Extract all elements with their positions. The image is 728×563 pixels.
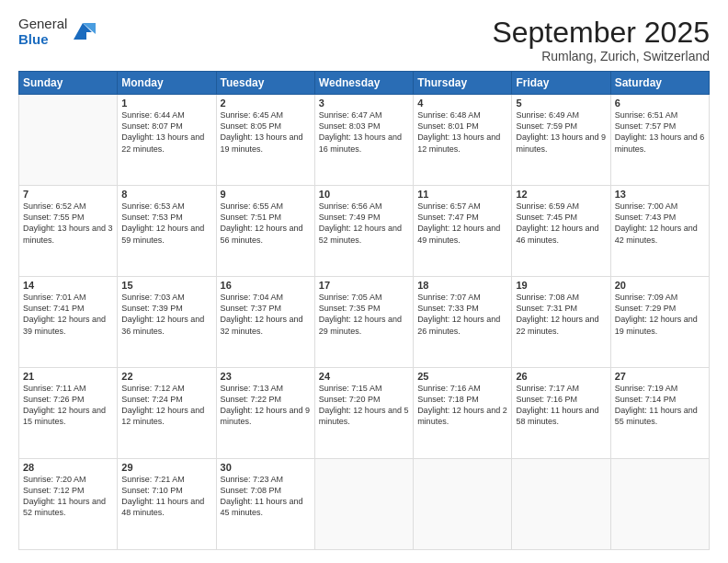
- day-info: Sunrise: 6:52 AMSunset: 7:55 PMDaylight:…: [23, 201, 113, 246]
- day-number: 8: [121, 189, 211, 200]
- logo-general: General Blue: [18, 17, 67, 47]
- day-number: 29: [121, 462, 211, 473]
- calendar-cell: 3Sunrise: 6:47 AMSunset: 8:03 PMDaylight…: [314, 95, 413, 186]
- day-number: 5: [516, 98, 606, 109]
- day-info: Sunrise: 7:08 AMSunset: 7:31 PMDaylight:…: [516, 292, 606, 337]
- page: General Blue September 2025 Rumlang, Zur…: [0, 0, 728, 563]
- day-info: Sunrise: 7:12 AMSunset: 7:24 PMDaylight:…: [121, 383, 211, 428]
- weekday-header-saturday: Saturday: [610, 72, 709, 95]
- calendar-cell: 24Sunrise: 7:15 AMSunset: 7:20 PMDayligh…: [314, 368, 413, 459]
- day-info: Sunrise: 7:04 AMSunset: 7:37 PMDaylight:…: [221, 292, 311, 337]
- day-info: Sunrise: 6:53 AMSunset: 7:53 PMDaylight:…: [121, 201, 211, 246]
- day-info: Sunrise: 7:16 AMSunset: 7:18 PMDaylight:…: [417, 383, 507, 428]
- calendar-cell: 28Sunrise: 7:20 AMSunset: 7:12 PMDayligh…: [19, 459, 118, 550]
- day-info: Sunrise: 6:59 AMSunset: 7:45 PMDaylight:…: [516, 201, 606, 246]
- day-number: 6: [615, 98, 705, 109]
- day-number: 14: [23, 280, 113, 291]
- calendar-cell: [314, 459, 413, 550]
- day-info: Sunrise: 6:45 AMSunset: 8:05 PMDaylight:…: [221, 109, 311, 155]
- day-info: Sunrise: 7:19 AMSunset: 7:14 PMDaylight:…: [615, 383, 705, 428]
- day-info: Sunrise: 7:07 AMSunset: 7:33 PMDaylight:…: [417, 292, 507, 337]
- day-info: Sunrise: 7:01 AMSunset: 7:41 PMDaylight:…: [23, 292, 113, 337]
- calendar-cell: 17Sunrise: 7:05 AMSunset: 7:35 PMDayligh…: [314, 277, 413, 368]
- day-number: 17: [319, 280, 409, 291]
- calendar-cell: 4Sunrise: 6:48 AMSunset: 8:01 PMDaylight…: [414, 95, 512, 186]
- calendar-cell: 30Sunrise: 7:23 AMSunset: 7:08 PMDayligh…: [216, 459, 314, 550]
- calendar-cell: 26Sunrise: 7:17 AMSunset: 7:16 PMDayligh…: [512, 368, 610, 459]
- day-number: 9: [221, 189, 311, 200]
- day-info: Sunrise: 7:17 AMSunset: 7:16 PMDaylight:…: [516, 383, 606, 428]
- calendar-cell: [19, 95, 118, 186]
- day-info: Sunrise: 7:15 AMSunset: 7:20 PMDaylight:…: [319, 383, 409, 428]
- day-info: Sunrise: 6:56 AMSunset: 7:49 PMDaylight:…: [319, 201, 409, 246]
- day-number: 11: [417, 189, 507, 200]
- week-row-4: 28Sunrise: 7:20 AMSunset: 7:12 PMDayligh…: [19, 459, 710, 550]
- weekday-header-row: SundayMondayTuesdayWednesdayThursdayFrid…: [19, 72, 710, 95]
- day-number: 4: [417, 98, 507, 109]
- weekday-header-friday: Friday: [512, 72, 610, 95]
- calendar-cell: [414, 459, 512, 550]
- day-number: 1: [121, 98, 211, 109]
- calendar-cell: [610, 459, 709, 550]
- weekday-header-sunday: Sunday: [19, 72, 118, 95]
- calendar-cell: [512, 459, 610, 550]
- calendar-cell: 2Sunrise: 6:45 AMSunset: 8:05 PMDaylight…: [216, 95, 314, 186]
- calendar-cell: 6Sunrise: 6:51 AMSunset: 7:57 PMDaylight…: [610, 95, 709, 186]
- day-number: 3: [319, 98, 409, 109]
- day-info: Sunrise: 6:51 AMSunset: 7:57 PMDaylight:…: [615, 109, 705, 155]
- day-number: 2: [221, 98, 311, 109]
- day-number: 23: [221, 371, 311, 382]
- weekday-header-monday: Monday: [118, 72, 216, 95]
- day-number: 26: [516, 371, 606, 382]
- month-title: September 2025: [492, 17, 710, 49]
- calendar-cell: 27Sunrise: 7:19 AMSunset: 7:14 PMDayligh…: [610, 368, 709, 459]
- day-info: Sunrise: 6:49 AMSunset: 7:59 PMDaylight:…: [516, 109, 606, 155]
- logo: General Blue: [18, 17, 96, 47]
- day-info: Sunrise: 7:09 AMSunset: 7:29 PMDaylight:…: [615, 292, 705, 337]
- week-row-1: 7Sunrise: 6:52 AMSunset: 7:55 PMDaylight…: [19, 186, 710, 277]
- calendar-cell: 12Sunrise: 6:59 AMSunset: 7:45 PMDayligh…: [512, 186, 610, 277]
- header: General Blue September 2025 Rumlang, Zur…: [18, 17, 710, 63]
- day-number: 10: [319, 189, 409, 200]
- weekday-header-thursday: Thursday: [414, 72, 512, 95]
- calendar-cell: 25Sunrise: 7:16 AMSunset: 7:18 PMDayligh…: [414, 368, 512, 459]
- calendar-cell: 1Sunrise: 6:44 AMSunset: 8:07 PMDaylight…: [118, 95, 216, 186]
- day-number: 27: [615, 371, 705, 382]
- calendar-cell: 13Sunrise: 7:00 AMSunset: 7:43 PMDayligh…: [610, 186, 709, 277]
- calendar-cell: 14Sunrise: 7:01 AMSunset: 7:41 PMDayligh…: [19, 277, 118, 368]
- calendar-cell: 11Sunrise: 6:57 AMSunset: 7:47 PMDayligh…: [414, 186, 512, 277]
- day-info: Sunrise: 7:00 AMSunset: 7:43 PMDaylight:…: [615, 201, 705, 246]
- calendar-cell: 20Sunrise: 7:09 AMSunset: 7:29 PMDayligh…: [610, 277, 709, 368]
- calendar-cell: 18Sunrise: 7:07 AMSunset: 7:33 PMDayligh…: [414, 277, 512, 368]
- day-info: Sunrise: 6:44 AMSunset: 8:07 PMDaylight:…: [121, 109, 211, 155]
- day-info: Sunrise: 7:20 AMSunset: 7:12 PMDaylight:…: [23, 474, 113, 519]
- day-info: Sunrise: 7:11 AMSunset: 7:26 PMDaylight:…: [23, 383, 113, 428]
- location-title: Rumlang, Zurich, Switzerland: [492, 49, 710, 63]
- day-number: 30: [221, 462, 311, 473]
- day-number: 21: [23, 371, 113, 382]
- day-info: Sunrise: 6:57 AMSunset: 7:47 PMDaylight:…: [417, 201, 507, 246]
- day-number: 7: [23, 189, 113, 200]
- logo-icon: [70, 19, 96, 45]
- weekday-header-tuesday: Tuesday: [216, 72, 314, 95]
- day-number: 20: [615, 280, 705, 291]
- calendar-cell: 19Sunrise: 7:08 AMSunset: 7:31 PMDayligh…: [512, 277, 610, 368]
- calendar-cell: 21Sunrise: 7:11 AMSunset: 7:26 PMDayligh…: [19, 368, 118, 459]
- day-number: 16: [221, 280, 311, 291]
- day-info: Sunrise: 7:23 AMSunset: 7:08 PMDaylight:…: [221, 474, 311, 519]
- calendar-cell: 9Sunrise: 6:55 AMSunset: 7:51 PMDaylight…: [216, 186, 314, 277]
- day-info: Sunrise: 7:21 AMSunset: 7:10 PMDaylight:…: [121, 474, 211, 519]
- title-block: September 2025 Rumlang, Zurich, Switzerl…: [492, 17, 710, 63]
- day-number: 24: [319, 371, 409, 382]
- day-info: Sunrise: 7:03 AMSunset: 7:39 PMDaylight:…: [121, 292, 211, 337]
- calendar-cell: 23Sunrise: 7:13 AMSunset: 7:22 PMDayligh…: [216, 368, 314, 459]
- calendar-cell: 10Sunrise: 6:56 AMSunset: 7:49 PMDayligh…: [314, 186, 413, 277]
- day-info: Sunrise: 6:48 AMSunset: 8:01 PMDaylight:…: [417, 109, 507, 155]
- day-number: 15: [121, 280, 211, 291]
- day-number: 25: [417, 371, 507, 382]
- day-info: Sunrise: 6:55 AMSunset: 7:51 PMDaylight:…: [221, 201, 311, 246]
- day-info: Sunrise: 6:47 AMSunset: 8:03 PMDaylight:…: [319, 109, 409, 155]
- calendar-cell: 7Sunrise: 6:52 AMSunset: 7:55 PMDaylight…: [19, 186, 118, 277]
- day-number: 28: [23, 462, 113, 473]
- calendar-cell: 22Sunrise: 7:12 AMSunset: 7:24 PMDayligh…: [118, 368, 216, 459]
